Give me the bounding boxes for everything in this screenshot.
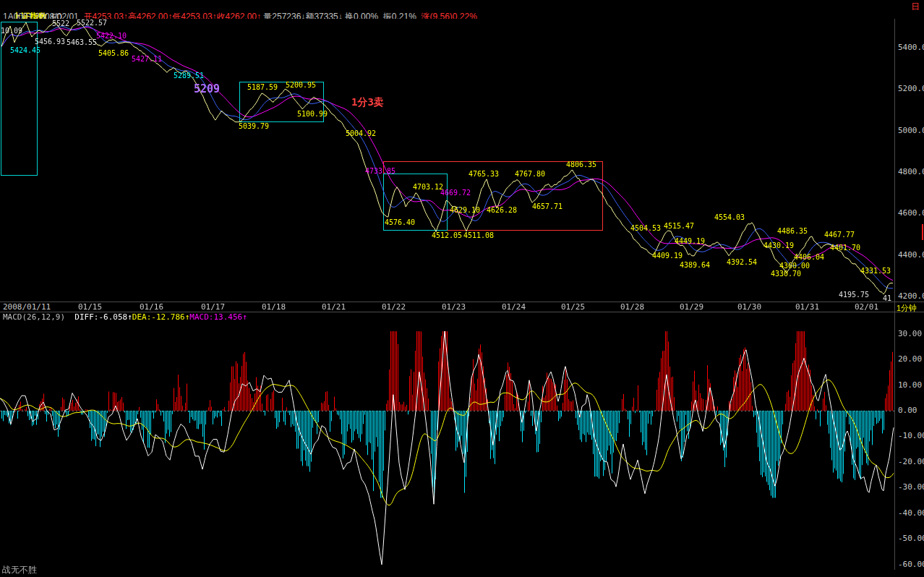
date-label: 01/22 — [382, 303, 406, 312]
price-annotation: 4765.33 — [469, 170, 499, 178]
price-annotation: 5209 — [194, 85, 220, 93]
macd-legend: MACD(26,12,9) DIFF:-6.058↑DEA:-12.786↑MA… — [3, 312, 247, 322]
right-axis-divider — [894, 19, 895, 570]
price-annotation: 5463.55 — [67, 38, 97, 46]
price-annotation: 5456.93 — [35, 38, 65, 46]
price-annotation: 4515.47 — [664, 222, 694, 230]
price-annotation: 4703.12 — [413, 183, 443, 191]
price-annotation: 4330.70 — [771, 270, 801, 278]
price-annotation: 4657.71 — [532, 202, 562, 210]
price-annotation: 5405.86 — [98, 49, 129, 57]
period-daily-badge[interactable]: 日 — [911, 1, 920, 13]
y-axis-label: -20.00 — [898, 458, 924, 466]
price-annotation: 5200.95 — [286, 81, 316, 89]
date-label: 01/17 — [201, 303, 225, 312]
price-annotation: 4767.80 — [515, 170, 545, 178]
date-label: 2008/01/11 — [3, 303, 51, 312]
price-annotation: 5427.11 — [132, 55, 162, 63]
sell-signal-annotation: 1分3卖 — [351, 98, 384, 106]
price-annotation: 4360.00 — [779, 262, 810, 270]
price-annotation: 4806.35 — [566, 161, 596, 168]
price-annotation: 4669.72 — [440, 189, 471, 197]
price-annotation: 5424.45 — [10, 46, 40, 54]
y-axis-label: -30.00 — [898, 483, 924, 492]
price-annotation: 4629.10 — [450, 206, 480, 214]
y-axis-label: 5000.0 — [898, 127, 924, 135]
price-annotation: 4554.03 — [714, 213, 745, 221]
price-annotation: 4406.04 — [794, 253, 824, 261]
date-label: 01/18 — [262, 303, 286, 312]
price-annotation: 5522 — [52, 20, 69, 27]
date-label: 01/29 — [680, 303, 703, 312]
price-annotation: 4430.19 — [763, 242, 794, 249]
price-annotation: 10.09 — [1, 27, 22, 35]
price-annotation: 4449.19 — [675, 237, 705, 245]
price-annotation: 5422.10 — [96, 32, 127, 40]
macd-legend-item: MACD:13.456↑ — [189, 312, 247, 322]
y-axis-label: 4600.0 — [898, 209, 924, 218]
date-label: 01/30 — [737, 303, 761, 312]
date-label: 01/21 — [322, 303, 346, 312]
price-annotation: 4511.08 — [463, 231, 494, 239]
date-label: 02/01 — [855, 303, 878, 312]
price-annotation: 4733.85 — [365, 167, 395, 175]
price-annotation: 4389.64 — [680, 261, 710, 269]
price-annotation: 5289.51 — [174, 72, 204, 80]
price-annotation: 4486.35 — [777, 227, 808, 235]
macd-legend-item: DIFF:-6.058↑ — [74, 312, 132, 322]
price-annotation: 4401.70 — [830, 244, 860, 252]
price-annotation: 4576.40 — [385, 218, 415, 226]
price-annotation: 4331.53 — [860, 267, 891, 275]
status-bar-text: 战无不胜 — [2, 564, 37, 576]
price-annotation: 5004.92 — [346, 129, 376, 137]
y-axis-label: -10.00 — [898, 432, 924, 440]
price-annotation: 4409.19 — [652, 252, 683, 260]
price-annotation: 4467.77 — [824, 231, 855, 239]
y-axis-label: -60.00 — [898, 560, 924, 569]
y-axis-label: 4200.0 — [898, 292, 924, 301]
y-axis-label: 5400.0 — [898, 43, 924, 52]
price-annotation: 5522.57 — [77, 19, 107, 27]
y-axis-label: 30.00 — [898, 330, 922, 338]
trading-terminal: 上证指数FD 日 1A0001 2008/02/01 开4253.03↑高426… — [0, 0, 924, 577]
y-axis-label: 10.00 — [898, 381, 922, 390]
date-label: 01/15 — [78, 303, 102, 312]
y-axis-label: 0.00 — [898, 406, 917, 415]
date-label: 01/16 — [140, 303, 163, 312]
date-label: 01/25 — [561, 303, 585, 312]
price-annotation: 5187.59 — [247, 83, 278, 91]
price-annotation: 5100.99 — [297, 110, 328, 118]
price-annotation: 5039.79 — [239, 122, 269, 130]
y-axis-label: 20.00 — [898, 355, 922, 364]
y-axis-label: 4800.0 — [898, 168, 924, 176]
price-annotation: 4512.05 — [432, 231, 462, 239]
scroll-position-marker[interactable] — [922, 224, 923, 240]
macd-chart-canvas[interactable] — [0, 322, 894, 570]
y-axis-label: 5200.0 — [898, 85, 924, 93]
date-label: 01/23 — [442, 303, 466, 312]
price-annotation: 4504.53 — [630, 224, 661, 232]
y-axis-label: -40.00 — [898, 509, 924, 518]
date-label: 01/24 — [502, 303, 526, 312]
price-annotation: 4195.75 — [839, 291, 869, 299]
date-label: 01/31 — [795, 303, 819, 312]
macd-legend-item: MACD(26,12,9) — [3, 312, 74, 322]
y-axis-label: -50.00 — [898, 534, 924, 543]
macd-legend-item: DEA:-12.786↑ — [132, 312, 189, 322]
date-label: 01/28 — [620, 303, 644, 312]
price-annotation: 4626.28 — [487, 206, 517, 214]
price-annotation: 4392.54 — [727, 258, 757, 266]
y-axis-label: 4400.0 — [898, 251, 924, 260]
